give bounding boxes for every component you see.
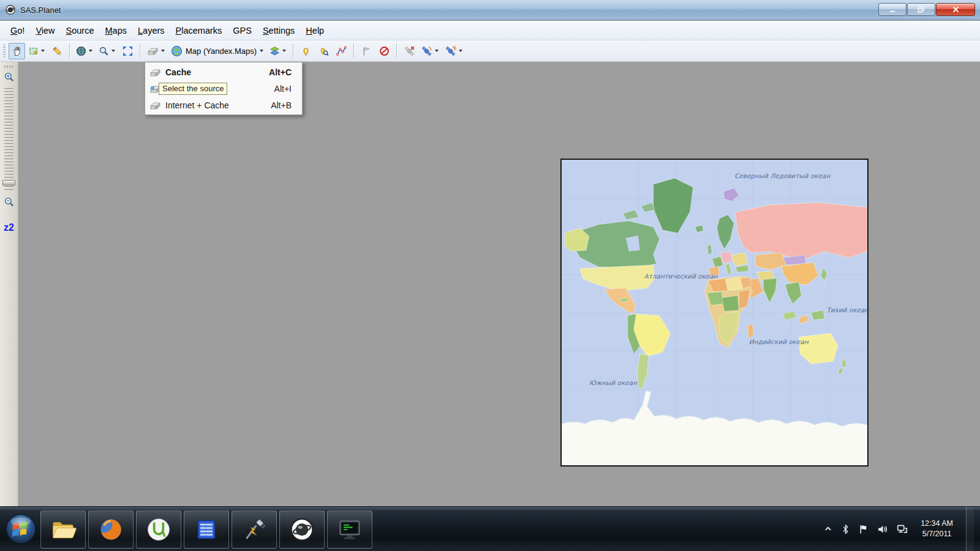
ocean-label-southern: Южный океан	[589, 379, 638, 386]
layers-icon	[270, 46, 280, 56]
tray-bluetooth-button[interactable]	[842, 524, 850, 534]
speaker-icon	[877, 525, 888, 534]
taskbar-firefox-button[interactable]	[88, 511, 134, 549]
selection-tool-button[interactable]	[26, 43, 48, 59]
tray-expand-button[interactable]	[824, 525, 832, 533]
menu-item-maps[interactable]: Maps	[100, 23, 132, 39]
full-extent-button[interactable]	[119, 43, 136, 59]
title-bar[interactable]: SAS.Planet	[0, 0, 980, 20]
taskbar-explorer-button[interactable]	[40, 511, 86, 549]
desktop: SAS.Planet Go!ViewSourceMapsLayersPlacem…	[0, 0, 980, 551]
chevron-down-icon[interactable]	[282, 50, 286, 52]
map-view[interactable]: Северный Ледовитый океан Атлантический о…	[560, 159, 869, 467]
gps-satellite-icon	[421, 45, 432, 57]
chevron-down-icon[interactable]	[459, 50, 462, 52]
taskbar-connection-app-button[interactable]	[232, 511, 277, 549]
measure-tool-button[interactable]	[49, 43, 66, 59]
menu-item-label: Cache	[165, 67, 191, 77]
select-region-icon	[28, 46, 39, 56]
pan-tool-button[interactable]	[9, 43, 25, 59]
chevron-down-icon[interactable]	[435, 50, 439, 52]
taskbar-server-app-button[interactable]	[184, 511, 229, 549]
globe-view-button[interactable]	[74, 43, 96, 59]
chevron-down-icon[interactable]	[260, 50, 263, 52]
globe-icon	[76, 46, 86, 56]
taskbar-sasplanet-button[interactable]	[279, 511, 325, 549]
folder-icon	[50, 516, 77, 543]
menu-item-label: G	[10, 26, 17, 36]
ocean-label-pacific: Тихий океан	[827, 306, 867, 313]
chevron-down-icon[interactable]	[161, 50, 165, 52]
chevron-down-icon[interactable]	[89, 50, 92, 52]
menu-item-internet[interactable]: Select the source Alt+I	[146, 80, 301, 97]
path-tool-button[interactable]	[333, 43, 350, 59]
minimize-button[interactable]	[878, 3, 907, 16]
zoom-in-icon	[4, 72, 15, 83]
toolbar-separator	[69, 43, 70, 58]
gps-disconnect-button[interactable]	[401, 43, 418, 59]
source-mode-button[interactable]	[145, 43, 168, 59]
network-icon	[897, 524, 908, 534]
tray-network-button[interactable]	[897, 524, 908, 534]
menu-item-layers[interactable]: Layers	[132, 23, 170, 39]
close-button[interactable]	[936, 3, 975, 16]
minimize-icon	[889, 7, 896, 13]
placemark-icon	[301, 46, 311, 56]
start-button[interactable]	[2, 509, 39, 549]
tray-volume-button[interactable]	[877, 525, 888, 534]
source-dropdown-menu: Cache Alt+C Select the source Alt+I	[145, 62, 303, 115]
find-placemark-button[interactable]	[315, 43, 332, 59]
menu-item-source[interactable]: Source	[61, 23, 100, 39]
flag-icon	[361, 46, 372, 56]
chevron-up-icon	[824, 525, 832, 533]
add-placemark-button[interactable]	[298, 43, 314, 59]
menu-item-label: H	[306, 26, 312, 36]
menu-item-label: o!	[17, 26, 24, 36]
chevron-down-icon[interactable]	[41, 50, 45, 52]
restore-button[interactable]	[907, 3, 935, 16]
gps-track-button[interactable]	[443, 43, 466, 59]
taskbar-console-button[interactable]	[327, 511, 372, 549]
gps-connect-button[interactable]	[419, 43, 442, 59]
map-globe-icon	[171, 45, 183, 57]
zoom-slider[interactable]	[4, 88, 13, 191]
main-toolbar: Map (Yandex.Maps)	[0, 40, 980, 62]
menu-item-internet-cache[interactable]: Internet + Cache Alt+B	[146, 97, 301, 113]
magnifier-icon	[99, 46, 109, 56]
flag-button[interactable]	[358, 43, 375, 59]
menu-item-shortcut: Alt+C	[269, 67, 298, 77]
zoom-panel-grip[interactable]	[4, 66, 14, 68]
menu-item-label: S	[66, 26, 72, 36]
cache-drive-icon	[149, 67, 164, 77]
menu-item-gps[interactable]: GPS	[227, 23, 257, 39]
taskbar: 12:34 AM 5/7/2011	[0, 506, 980, 551]
toolbar-grip[interactable]	[3, 44, 6, 58]
menu-item-label: ettings	[269, 26, 295, 36]
menu-item-label: elp	[312, 26, 324, 36]
server-rack-icon	[193, 516, 220, 543]
menu-item-cache[interactable]: Cache Alt+C	[146, 64, 301, 80]
menu-item-settings[interactable]: Settings	[257, 23, 300, 39]
chevron-down-icon[interactable]	[111, 50, 115, 52]
tray-action-center-button[interactable]	[859, 524, 868, 534]
zoom-tool-button[interactable]	[97, 43, 118, 59]
menu-item-placemarks[interactable]: Placemarks	[170, 23, 228, 39]
menu-item-go[interactable]: Go!	[5, 23, 30, 39]
gps-track-icon	[445, 45, 456, 57]
toolbar-separator	[293, 43, 294, 58]
layers-button[interactable]	[268, 43, 289, 59]
menu-item-help[interactable]: Help	[300, 23, 330, 39]
zoom-out-button[interactable]	[4, 197, 15, 208]
menu-item-label: S	[263, 26, 269, 36]
map-type-selector[interactable]: Map (Yandex.Maps)	[169, 43, 266, 59]
menu-bar: Go!ViewSourceMapsLayersPlacemarksGPSSett…	[0, 21, 980, 40]
zoom-in-button[interactable]	[4, 72, 15, 83]
toolbar-separator	[140, 43, 141, 58]
show-desktop-button[interactable]	[966, 507, 974, 551]
cache-drive-icon	[146, 46, 159, 56]
tray-clock[interactable]: 12:34 AM 5/7/2011	[921, 519, 953, 539]
cancel-download-button[interactable]	[376, 43, 393, 59]
taskbar-utorrent-button[interactable]	[136, 511, 181, 549]
zoom-slider-handle[interactable]	[2, 180, 15, 186]
menu-item-view[interactable]: View	[30, 23, 60, 39]
